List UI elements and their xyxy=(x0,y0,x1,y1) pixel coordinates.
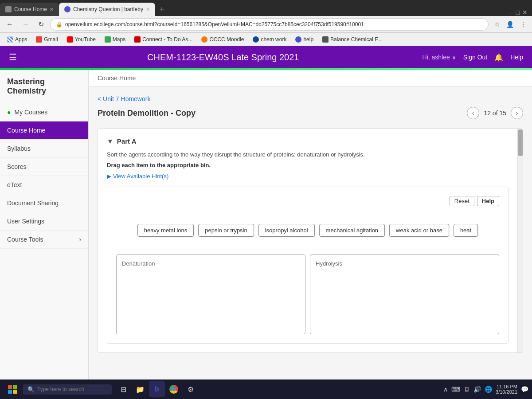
question-content: ▼ Part A Sort the agents according to th… xyxy=(98,129,517,352)
windows-logo-icon xyxy=(8,385,17,394)
hint-arrow-icon: ▶ xyxy=(107,173,111,180)
bookmark-occc[interactable]: OCCC Moodle xyxy=(198,35,247,43)
question-description: Sort the agents according to the way the… xyxy=(107,150,509,159)
sidebar-item-syllabus[interactable]: Syllabus xyxy=(0,140,88,158)
drop-zones-container: Denaturation Hydrolysis xyxy=(116,254,499,334)
draggable-mechanical-agitation[interactable]: mechanical agitation xyxy=(319,224,385,237)
bookmark-star-button[interactable]: ☆ xyxy=(492,20,502,29)
next-question-button[interactable]: › xyxy=(511,107,523,119)
bookmark-connect[interactable]: Connect - To Do As... xyxy=(131,35,196,43)
tab-title-course-home: Course Home xyxy=(14,6,47,12)
bookmark-chem[interactable]: chem work xyxy=(249,35,290,43)
back-to-unit-link[interactable]: < Unit 7 Homework xyxy=(98,95,150,102)
bookmark-help[interactable]: help xyxy=(292,35,317,43)
draggable-isopropyl-alcohol[interactable]: isopropyl alcohol xyxy=(258,224,315,237)
lock-icon: 🔒 xyxy=(56,21,63,27)
user-menu[interactable]: Hi, ashlee ∨ xyxy=(422,54,456,61)
bookmark-gmail[interactable]: Gmail xyxy=(32,35,61,43)
bookmark-apps[interactable]: Apps xyxy=(4,35,31,43)
keyboard-icon[interactable]: ⌨ xyxy=(451,386,460,393)
gmail-icon xyxy=(36,36,42,43)
network-icon[interactable]: 🌐 xyxy=(485,386,492,393)
scroll-thumb xyxy=(518,129,523,156)
sidebar-item-user-settings[interactable]: User Settings xyxy=(0,212,88,231)
address-text: openvellum.ecollege.com/course.html?cour… xyxy=(65,21,364,27)
profile-button[interactable]: 👤 xyxy=(504,20,516,29)
chevron-up-icon[interactable]: ∧ xyxy=(443,386,448,393)
draggable-heat[interactable]: heat xyxy=(454,224,478,237)
forward-nav-button[interactable]: → xyxy=(20,20,32,29)
bookmark-gmail-label: Gmail xyxy=(44,36,58,43)
taskbar-apps: ⊟ 📁 b ⚙ xyxy=(115,381,199,397)
draggable-weak-acid-or-base[interactable]: weak acid or base xyxy=(389,224,449,237)
minimize-button[interactable]: — xyxy=(507,9,513,16)
taskbar-file-explorer[interactable]: 📁 xyxy=(132,381,148,397)
help-bookmark-icon xyxy=(295,36,301,43)
file-explorer-icon: 📁 xyxy=(136,385,145,394)
sidebar-item-document-sharing[interactable]: Document Sharing xyxy=(0,194,88,212)
bookmark-balance[interactable]: Balance Chemical E... xyxy=(319,35,386,43)
tab-bartleby[interactable]: Chemistry Question | bartleby ✕ xyxy=(59,3,155,16)
app-header: ☰ CHEM-1123-EW40S Late Spring 2021 Hi, a… xyxy=(0,46,532,68)
youtube-icon xyxy=(67,36,73,43)
refresh-button[interactable]: ↻ xyxy=(35,19,47,29)
my-courses-icon: ● xyxy=(7,109,11,116)
help-link[interactable]: Help xyxy=(510,54,523,61)
tab-course-home[interactable]: Course Home ✕ xyxy=(0,3,59,16)
taskbar: 🔍 ⊟ 📁 b ⚙ ∧ ⌨ 🖥 🔊 🌐 11:16 PM 3/10/2021 xyxy=(0,379,532,399)
address-bar[interactable]: 🔒 openvellum.ecollege.com/course.html?co… xyxy=(50,18,489,31)
part-toggle-icon[interactable]: ▼ xyxy=(107,137,113,145)
sign-out-link[interactable]: Sign Out xyxy=(463,54,487,61)
bookmark-help-label: help xyxy=(303,36,313,43)
sidebar-item-my-courses[interactable]: ● My Courses xyxy=(0,103,88,121)
reset-button[interactable]: Reset xyxy=(450,196,474,206)
maximize-button[interactable]: □ xyxy=(516,9,520,16)
drop-zone-hydrolysis[interactable]: Hydrolysis xyxy=(310,254,499,334)
hamburger-menu-button[interactable]: ☰ xyxy=(9,52,17,63)
taskbar-task-view[interactable]: ⊟ xyxy=(115,381,131,397)
more-options-button[interactable]: ⋮ xyxy=(518,20,528,29)
draggable-pepsin-or-trypsin[interactable]: pepsin or trypsin xyxy=(198,224,254,237)
tab-close-bartleby[interactable]: ✕ xyxy=(146,7,150,12)
tab-title-bartleby: Chemistry Question | bartleby xyxy=(73,6,143,12)
close-button[interactable]: ✕ xyxy=(522,9,528,16)
sidebar-item-etext[interactable]: eText xyxy=(0,176,88,194)
tab-close-course-home[interactable]: ✕ xyxy=(50,7,54,12)
sidebar-item-course-home[interactable]: Course Home xyxy=(0,121,88,140)
sidebar-item-scores[interactable]: Scores xyxy=(0,158,88,176)
audio-icon[interactable]: 🔊 xyxy=(473,386,481,393)
bookmark-youtube[interactable]: YouTube xyxy=(63,35,99,43)
draggable-items-container: heavy metal ions pepsin or trypsin isopr… xyxy=(116,215,499,246)
drop-zone-denaturation[interactable]: Denaturation xyxy=(116,254,305,334)
part-label: Part A xyxy=(117,137,137,145)
taskbar-browser[interactable]: b xyxy=(149,381,165,397)
draggable-heavy-metal-ions[interactable]: heavy metal ions xyxy=(137,224,194,237)
question-count: 12 of 15 xyxy=(484,110,506,117)
breadcrumb: Course Home xyxy=(89,70,532,86)
balance-icon xyxy=(322,36,329,43)
bookmark-maps[interactable]: Maps xyxy=(101,35,129,43)
date-display: 3/10/2021 xyxy=(496,389,517,395)
new-tab-button[interactable]: + xyxy=(155,3,169,16)
notification-center-icon[interactable]: 💬 xyxy=(521,386,528,393)
display-icon[interactable]: 🖥 xyxy=(464,386,470,393)
notifications-bell-icon[interactable]: 🔔 xyxy=(494,53,503,62)
sidebar-item-course-tools[interactable]: Course Tools › xyxy=(0,231,88,249)
taskbar-search[interactable]: 🔍 xyxy=(23,384,112,395)
part-header: ▼ Part A xyxy=(107,137,509,145)
sidebar-label-course-home: Course Home xyxy=(7,127,45,134)
start-button[interactable] xyxy=(4,381,21,397)
taskbar-search-input[interactable] xyxy=(37,386,99,392)
help-button[interactable]: Help xyxy=(477,196,499,206)
question-scrollbar[interactable] xyxy=(517,129,523,352)
back-nav-button[interactable]: ← xyxy=(4,20,16,29)
question-instruction: Drag each item to the appropriate bin. xyxy=(107,162,509,168)
search-icon: 🔍 xyxy=(27,386,35,393)
prev-question-button[interactable]: ‹ xyxy=(467,107,479,119)
taskbar-settings[interactable]: ⚙ xyxy=(183,381,199,397)
svg-rect-3 xyxy=(13,390,17,394)
taskbar-chrome[interactable] xyxy=(166,381,182,397)
browser-icon: b xyxy=(155,385,159,393)
hint-link[interactable]: ▶ View Available Hint(s) xyxy=(107,173,509,180)
apps-icon xyxy=(7,36,13,43)
